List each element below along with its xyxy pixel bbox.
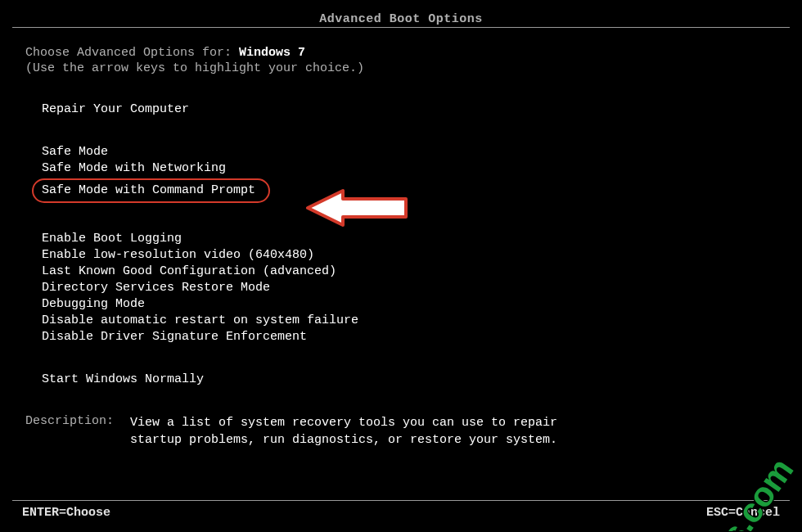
pointer-arrow-icon [304,186,410,234]
menu-item-directory-services[interactable]: Directory Services Restore Mode [42,280,777,296]
description-block: Description: View a list of system recov… [25,414,777,449]
hint-line: (Use the arrow keys to highlight your ch… [25,61,777,75]
choose-line: Choose Advanced Options for: Windows 7 [25,46,777,60]
os-name: Windows 7 [239,46,305,60]
footer: ENTER=Choose ESC=Cancel [1,500,801,531]
description-text: View a list of system recovery tools you… [130,414,557,449]
footer-enter-hint: ENTER=Choose [22,506,110,520]
menu-item-start-normally[interactable]: Start Windows Normally [42,372,777,388]
menu-item-safe-mode-networking[interactable]: Safe Mode with Networking [42,160,777,177]
choose-label: Choose Advanced Options for: [25,46,239,60]
menu-item-disable-driver-sig[interactable]: Disable Driver Signature Enforcement [42,329,777,345]
menu-group-1: Repair Your Computer [25,101,777,118]
menu-item-safe-mode-cmd[interactable]: Safe Mode with Command Prompt [32,178,270,203]
menu-item-debugging[interactable]: Debugging Mode [42,296,777,313]
menu-group-4: Start Windows Normally [25,372,777,388]
menu-item-safe-mode[interactable]: Safe Mode [42,144,777,160]
menu-item-repair[interactable]: Repair Your Computer [42,101,777,118]
menu-item-disable-restart[interactable]: Disable automatic restart on system fail… [42,313,777,329]
menu-item-last-known-good[interactable]: Last Known Good Configuration (advanced) [42,264,777,280]
description-label: Description: [25,414,130,449]
menu-group-3: Enable Boot Logging Enable low-resolutio… [25,231,777,345]
menu-item-low-res[interactable]: Enable low-resolution video (640x480) [42,247,777,264]
page-title: Advanced Boot Options [1,12,801,26]
